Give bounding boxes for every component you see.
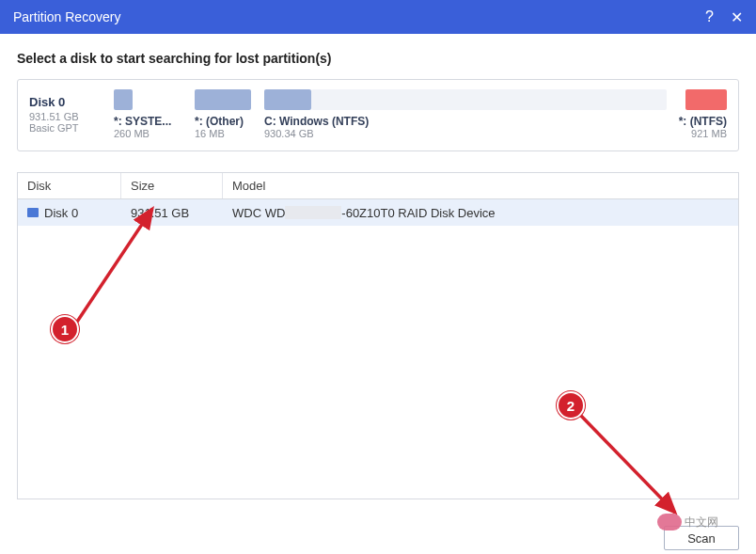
watermark: 中文网: [657, 514, 718, 530]
svg-line-0: [75, 209, 152, 324]
watermark-text: 中文网: [685, 514, 718, 530]
svg-line-1: [579, 414, 675, 513]
annotation-layer: [0, 0, 756, 554]
watermark-logo-icon: [657, 514, 682, 530]
